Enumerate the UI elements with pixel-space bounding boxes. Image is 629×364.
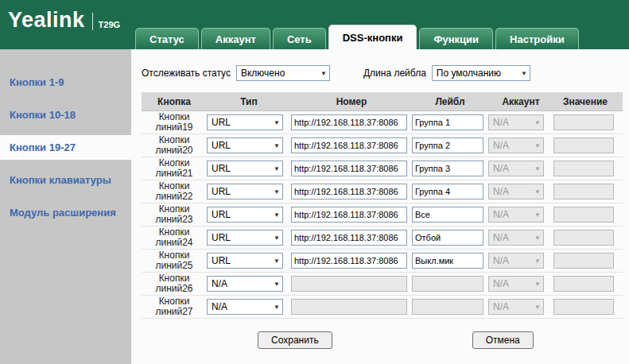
- column-header-key: Кнопка: [142, 96, 207, 107]
- table-row: Кнопки линий23 URL ▼ N/A ▼: [142, 203, 623, 227]
- dsskey-account-select: N/A ▼: [488, 207, 544, 223]
- chevron-down-icon: ▼: [534, 165, 541, 172]
- dsskey-value-input: [553, 137, 614, 153]
- dsskey-account-select: N/A ▼: [488, 137, 544, 153]
- dsskey-type-select[interactable]: URL ▼: [207, 230, 283, 246]
- tab-status[interactable]: Статус: [135, 28, 199, 49]
- sidebar-item-keys-1-9[interactable]: Кнопки 1-9: [0, 70, 131, 95]
- track-status-label: Отслеживать статус: [142, 68, 231, 79]
- chevron-down-icon: ▼: [274, 119, 280, 126]
- dsskey-value-input: [553, 230, 614, 246]
- label-length-label: Длина лейбла: [363, 68, 426, 79]
- page: Yealink T29G Статус Аккаунт Сеть DSS-кно…: [0, 0, 629, 364]
- dsskey-account-value: N/A: [493, 117, 509, 128]
- dsskey-account-select: N/A ▼: [488, 276, 544, 292]
- chevron-down-icon: ▼: [274, 281, 280, 288]
- chevron-down-icon: ▼: [274, 211, 280, 219]
- dsskey-account-select: N/A ▼: [488, 253, 544, 269]
- dsskey-value-input: [553, 253, 614, 269]
- table-row: Кнопки линий26 N/A ▼ N/A ▼: [142, 273, 623, 296]
- dsskey-account-value: N/A: [493, 301, 509, 312]
- dsskey-type-select[interactable]: N/A ▼: [207, 299, 283, 315]
- dsskey-label-input[interactable]: [412, 253, 483, 269]
- table-row: Кнопки линий22 URL ▼ N/A ▼: [142, 180, 623, 203]
- dsskey-name: Кнопки линий22: [142, 181, 207, 202]
- footer-actions: Сохранить Отмена: [142, 331, 623, 349]
- dsskey-name: Кнопки линий26: [142, 273, 207, 294]
- dsskey-number-input: [291, 299, 407, 315]
- table-row: Кнопки линий19 URL ▼ N/A ▼: [142, 111, 623, 134]
- tab-settings[interactable]: Настройки: [495, 28, 579, 49]
- dsskey-type-select[interactable]: URL ▼: [207, 137, 283, 153]
- sidebar-item-keys-19-27[interactable]: Кнопки 19-27: [0, 135, 131, 160]
- chevron-down-icon: ▼: [534, 211, 541, 219]
- tab-bar: Статус Аккаунт Сеть DSS-кнопки Функции Н…: [135, 25, 579, 49]
- dsskey-label-input[interactable]: [412, 161, 483, 176]
- table-row: Кнопки линий27 N/A ▼ N/A ▼: [142, 296, 623, 319]
- column-header-label: Лейбл: [412, 96, 488, 107]
- dss-keys-table: Кнопки линий19 URL ▼ N/A ▼ Кнопки линий2…: [142, 111, 623, 319]
- dsskey-number-input[interactable]: [291, 207, 407, 223]
- tab-features[interactable]: Функции: [419, 28, 493, 49]
- dsskey-type-select[interactable]: URL ▼: [207, 207, 283, 223]
- sidebar: Кнопки 1-9 Кнопки 10-18 Кнопки 19-27 Кно…: [0, 49, 131, 364]
- track-status-select[interactable]: Включено ▼: [236, 65, 330, 81]
- sidebar-item-keys-10-18[interactable]: Кнопки 10-18: [0, 103, 131, 127]
- column-header-account: Аккаунт: [488, 96, 553, 107]
- cancel-button[interactable]: Отмена: [472, 331, 534, 349]
- chevron-down-icon: ▼: [274, 165, 280, 172]
- column-header-value: Значение: [553, 96, 617, 107]
- dsskey-account-value: N/A: [493, 140, 509, 151]
- label-length-select[interactable]: По умолчанию ▼: [432, 65, 530, 81]
- dsskey-type-select[interactable]: URL ▼: [207, 161, 283, 176]
- dsskey-label-input[interactable]: [412, 184, 483, 199]
- save-button[interactable]: Сохранить: [258, 331, 332, 349]
- dsskey-account-select: N/A ▼: [488, 230, 544, 246]
- tab-network[interactable]: Сеть: [273, 28, 326, 49]
- main-content: Отслеживать статус Включено ▼ Длина лейб…: [131, 49, 629, 364]
- chevron-down-icon: ▼: [274, 304, 280, 311]
- dsskey-number-input[interactable]: [291, 161, 407, 176]
- dsskey-number-input[interactable]: [291, 137, 407, 153]
- table-row: Кнопки линий25 URL ▼ N/A ▼: [142, 250, 623, 273]
- dsskey-value-input: [553, 161, 614, 176]
- chevron-down-icon: ▼: [534, 234, 541, 242]
- yealink-logo: Yealink T29G: [8, 8, 120, 33]
- dsskey-label-input[interactable]: [412, 230, 483, 246]
- dsskey-label-input[interactable]: [412, 137, 483, 153]
- sidebar-item-expansion-module[interactable]: Модуль расширения: [0, 200, 131, 225]
- chevron-down-icon: ▼: [534, 119, 541, 126]
- dsskey-number-input: [291, 276, 407, 292]
- dsskey-type-select[interactable]: URL ▼: [207, 114, 283, 130]
- chevron-down-icon: ▼: [534, 281, 541, 288]
- dsskey-type-select[interactable]: URL ▼: [207, 253, 283, 269]
- tab-dss-keys[interactable]: DSS-кнопки: [328, 25, 417, 49]
- table-row: Кнопки линий21 URL ▼ N/A ▼: [142, 157, 623, 180]
- tab-account[interactable]: Аккаунт: [201, 28, 270, 49]
- chevron-down-icon: ▼: [534, 304, 541, 311]
- dsskey-number-input[interactable]: [291, 230, 407, 246]
- column-header-number: Номер: [291, 96, 412, 107]
- dsskey-type-value: URL: [212, 117, 231, 128]
- sidebar-item-keypad-keys[interactable]: Кнопки клавиатуры: [0, 168, 131, 192]
- dsskey-name: Кнопки линий20: [142, 135, 207, 156]
- chevron-down-icon: ▼: [274, 142, 280, 149]
- dsskey-label-input[interactable]: [412, 114, 483, 130]
- dsskey-value-input: [553, 276, 614, 292]
- dsskey-account-select: N/A ▼: [488, 114, 544, 130]
- chevron-down-icon: ▼: [274, 188, 280, 196]
- dsskey-type-select[interactable]: N/A ▼: [207, 276, 283, 292]
- dsskey-number-input[interactable]: [291, 114, 407, 130]
- dsskey-number-input[interactable]: [291, 253, 407, 269]
- dsskey-value-input: [553, 114, 614, 130]
- dsskey-label-input: [412, 276, 483, 292]
- dsskey-account-value: N/A: [493, 163, 509, 174]
- dsskey-value-input: [553, 184, 614, 199]
- dsskey-label-input[interactable]: [412, 207, 483, 223]
- dsskey-number-input[interactable]: [291, 184, 407, 199]
- dsskey-account-value: N/A: [493, 186, 509, 197]
- table-row: Кнопки линий20 URL ▼ N/A ▼: [142, 134, 623, 157]
- table-row: Кнопки линий24 URL ▼ N/A ▼: [142, 227, 623, 250]
- dsskey-type-value: N/A: [212, 278, 227, 289]
- dsskey-type-select[interactable]: URL ▼: [207, 184, 283, 199]
